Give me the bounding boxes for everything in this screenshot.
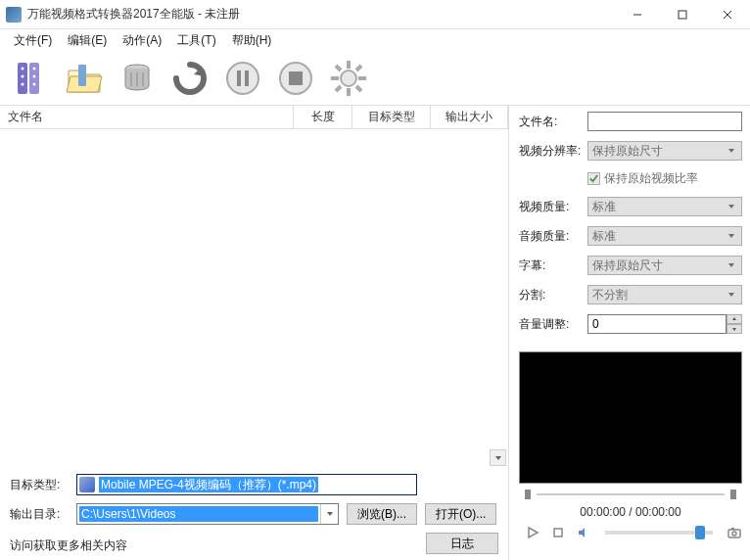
- target-type-value: Mobile MPEG-4视频编码（推荐）(*.mp4): [99, 477, 318, 492]
- menu-tools[interactable]: 工具(T): [171, 30, 221, 51]
- subtitle-label: 字幕:: [519, 257, 587, 274]
- svg-line-29: [356, 66, 361, 70]
- svg-rect-1: [679, 11, 686, 19]
- video-quality-value: 标准: [592, 199, 616, 215]
- svg-rect-18: [237, 70, 241, 86]
- output-dir-label: 输出目录:: [10, 506, 69, 523]
- toolbar: [0, 51, 750, 106]
- svg-rect-34: [731, 528, 734, 530]
- minimize-button[interactable]: [615, 0, 660, 29]
- volume-icon[interactable]: [576, 525, 591, 540]
- add-file-button[interactable]: [6, 54, 57, 103]
- log-button[interactable]: 日志: [426, 533, 498, 554]
- menu-file[interactable]: 文件(F): [8, 30, 58, 51]
- seek-bar[interactable]: [519, 490, 742, 499]
- browse-button[interactable]: 浏览(B)...: [347, 503, 417, 525]
- format-icon: [79, 477, 95, 492]
- split-value: 不分割: [592, 287, 628, 303]
- more-content-link[interactable]: 访问获取更多相关内容: [10, 534, 127, 554]
- timecode-display: 00:00:00 / 00:00:00: [519, 505, 742, 519]
- volume-up-button[interactable]: [727, 314, 742, 324]
- settings-button[interactable]: [323, 54, 374, 103]
- play-icon[interactable]: [525, 525, 540, 540]
- menubar: 文件(F) 编辑(E) 动作(A) 工具(T) 帮助(H): [0, 29, 750, 51]
- svg-point-22: [341, 70, 356, 86]
- svg-line-27: [336, 66, 341, 70]
- open-folder-button[interactable]: [59, 54, 110, 103]
- resolution-select[interactable]: 保持原始尺寸: [587, 141, 742, 161]
- seek-track[interactable]: [537, 493, 725, 495]
- audio-quality-select[interactable]: 标准: [587, 226, 742, 246]
- chevron-down-icon: [726, 261, 737, 269]
- split-select[interactable]: 不分割: [587, 285, 742, 304]
- left-pane: 文件名 长度 目标类型 输出大小 目标类型: Mobile MPEG-4视频编码…: [0, 106, 509, 560]
- svg-point-11: [33, 82, 36, 85]
- svg-point-6: [22, 67, 24, 70]
- col-output-size[interactable]: 输出大小: [431, 106, 508, 128]
- convert-button[interactable]: [164, 54, 215, 103]
- svg-rect-21: [289, 71, 303, 85]
- svg-rect-32: [728, 530, 740, 537]
- svg-point-8: [22, 82, 24, 85]
- video-quality-label: 视频质量:: [519, 199, 587, 215]
- delete-button[interactable]: [112, 54, 163, 103]
- output-dir-value: C:\Users\1\Videos: [79, 506, 318, 522]
- bottom-left-panel: 目标类型: Mobile MPEG-4视频编码（推荐）(*.mp4) 输出目录:…: [0, 468, 508, 560]
- close-button[interactable]: [705, 0, 750, 29]
- snapshot-icon[interactable]: [727, 525, 742, 540]
- volume-down-button[interactable]: [727, 324, 742, 334]
- col-filename[interactable]: 文件名: [0, 106, 294, 128]
- maximize-button[interactable]: [660, 0, 705, 29]
- chevron-down-icon: [726, 232, 737, 240]
- chevron-down-icon[interactable]: [320, 504, 338, 524]
- stop-button[interactable]: [270, 54, 321, 103]
- split-label: 分割:: [519, 287, 587, 303]
- chevron-down-icon: [726, 203, 737, 210]
- target-type-label: 目标类型:: [10, 477, 69, 493]
- svg-line-28: [356, 86, 361, 91]
- col-target-type[interactable]: 目标类型: [352, 106, 431, 128]
- filename-label: 文件名:: [519, 114, 587, 130]
- svg-rect-31: [554, 529, 562, 537]
- filename-input[interactable]: [587, 112, 742, 131]
- keep-ratio-checkbox[interactable]: [587, 172, 600, 185]
- seek-start-marker[interactable]: [525, 490, 531, 499]
- volume-spinner[interactable]: 0: [587, 314, 742, 334]
- resolution-label: 视频分辨率:: [519, 143, 587, 160]
- app-icon: [6, 7, 22, 23]
- volume-slider[interactable]: [605, 531, 713, 535]
- volume-slider-thumb[interactable]: [695, 526, 705, 539]
- seek-end-marker[interactable]: [730, 490, 736, 499]
- right-pane: 文件名: 视频分辨率: 保持原始尺寸 保持原始视频比率 视频质量: 标准: [509, 106, 750, 560]
- menu-action[interactable]: 动作(A): [117, 30, 167, 51]
- open-button[interactable]: 打开(O)...: [425, 503, 496, 525]
- menu-edit[interactable]: 编辑(E): [62, 30, 113, 51]
- svg-point-17: [227, 63, 258, 94]
- scroll-down-button[interactable]: [490, 449, 506, 466]
- stop-icon[interactable]: [550, 525, 566, 540]
- play-controls: [519, 525, 742, 540]
- resolution-value: 保持原始尺寸: [592, 143, 663, 160]
- svg-rect-19: [245, 70, 249, 86]
- keep-ratio-label: 保持原始视频比率: [604, 170, 698, 187]
- subtitle-value: 保持原始尺寸: [592, 257, 663, 274]
- output-dir-combo[interactable]: C:\Users\1\Videos: [76, 503, 339, 525]
- window-title: 万能视频格式转换器2017全能版 - 未注册: [27, 6, 615, 23]
- video-quality-select[interactable]: 标准: [587, 197, 742, 216]
- menu-help[interactable]: 帮助(H): [226, 30, 278, 51]
- pause-button[interactable]: [217, 54, 268, 103]
- target-type-selector[interactable]: Mobile MPEG-4视频编码（推荐）(*.mp4): [76, 474, 417, 495]
- file-list-body[interactable]: [0, 129, 508, 468]
- volume-label: 音量调整:: [519, 316, 587, 333]
- volume-value: 0: [587, 314, 727, 334]
- svg-point-33: [732, 532, 736, 536]
- svg-point-7: [22, 74, 24, 77]
- svg-rect-12: [78, 65, 86, 86]
- main-area: 文件名 长度 目标类型 输出大小 目标类型: Mobile MPEG-4视频编码…: [0, 106, 750, 560]
- svg-point-9: [33, 67, 36, 70]
- chevron-down-icon: [726, 291, 737, 299]
- subtitle-select[interactable]: 保持原始尺寸: [587, 256, 742, 275]
- col-length[interactable]: 长度: [294, 106, 352, 128]
- chevron-down-icon: [726, 147, 737, 155]
- svg-line-30: [336, 86, 341, 91]
